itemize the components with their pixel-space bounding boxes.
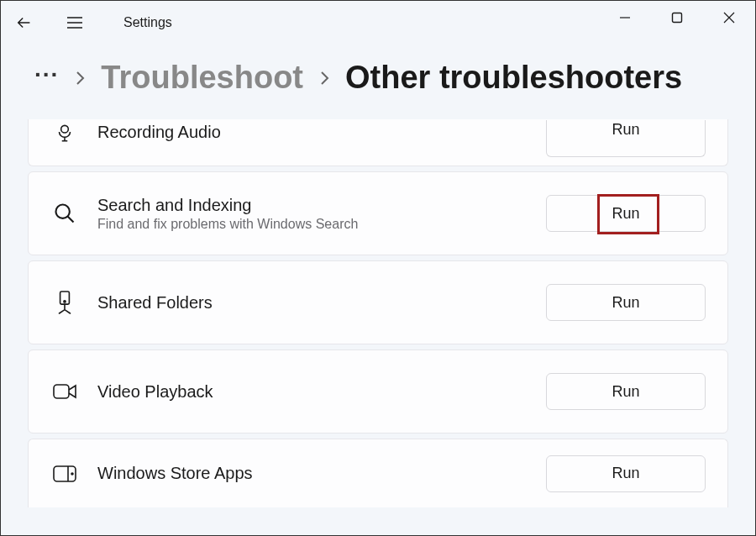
chevron-right-icon: [74, 70, 86, 87]
minimize-button[interactable]: [599, 1, 651, 34]
minimize-icon: [619, 12, 631, 24]
troubleshooter-card-shared-folders: Shared Folders Run: [28, 260, 728, 344]
run-button[interactable]: Run: [546, 195, 706, 232]
troubleshooter-title: Search and Indexing: [97, 196, 546, 215]
run-button[interactable]: Run: [546, 284, 706, 321]
run-button[interactable]: Run: [546, 373, 706, 410]
window-controls: [599, 1, 755, 34]
store-apps-icon: [50, 465, 79, 483]
chevron-right-icon: [318, 70, 330, 87]
hamburger-icon: [66, 16, 83, 29]
svg-rect-5: [54, 385, 69, 398]
close-button[interactable]: [703, 1, 755, 34]
svg-point-2: [56, 205, 70, 218]
back-arrow-icon: [15, 13, 34, 32]
breadcrumb: ··· Troubleshoot Other troubleshooters: [1, 45, 755, 119]
svg-point-7: [71, 473, 73, 475]
troubleshooter-title: Video Playback: [97, 382, 546, 402]
maximize-button[interactable]: [651, 1, 703, 34]
svg-point-4: [64, 301, 66, 302]
troubleshooter-card-search-indexing: Search and Indexing Find and fix problem…: [28, 171, 728, 255]
maximize-icon: [671, 12, 683, 24]
svg-rect-0: [673, 13, 682, 23]
breadcrumb-current: Other troubleshooters: [345, 60, 682, 96]
close-icon: [723, 12, 735, 24]
troubleshooter-card-video-playback: Video Playback Run: [28, 349, 728, 434]
breadcrumb-overflow-button[interactable]: ···: [34, 61, 59, 95]
troubleshooter-description: Find and fix problems with Windows Searc…: [97, 217, 546, 232]
shared-folders-icon: [50, 289, 79, 316]
troubleshooter-list: Recording Audio Run Search and Indexing …: [1, 119, 755, 507]
menu-button[interactable]: [58, 6, 92, 39]
run-button[interactable]: Run: [546, 120, 706, 157]
breadcrumb-parent-link[interactable]: Troubleshoot: [101, 60, 303, 96]
back-button[interactable]: [8, 6, 41, 39]
troubleshooter-card-windows-store-apps: Windows Store Apps Run: [28, 439, 728, 507]
microphone-icon: [50, 122, 79, 144]
video-icon: [50, 381, 79, 402]
run-button[interactable]: Run: [546, 455, 706, 492]
troubleshooter-title: Windows Store Apps: [97, 464, 546, 483]
troubleshooter-title: Shared Folders: [97, 293, 546, 313]
titlebar: Settings: [1, 1, 755, 45]
search-icon: [50, 202, 79, 225]
svg-point-1: [61, 125, 69, 133]
titlebar-left: Settings: [8, 6, 172, 39]
troubleshooter-card-recording-audio: Recording Audio Run: [28, 119, 728, 166]
app-title: Settings: [123, 15, 172, 30]
